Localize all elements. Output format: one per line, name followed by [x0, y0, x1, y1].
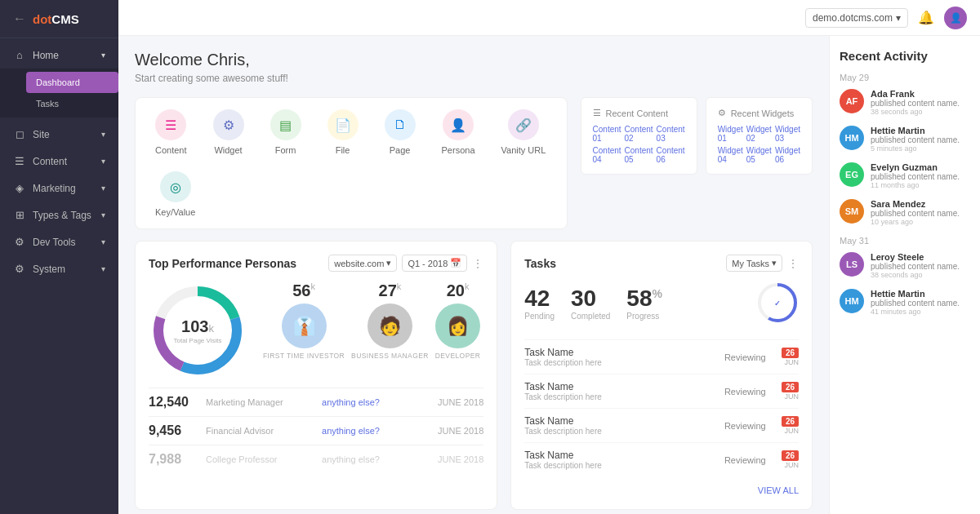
- task-2-status: Reviewing: [724, 387, 773, 397]
- activity-time-evelyn: 11 months ago: [871, 181, 970, 189]
- activity-item-sara: SM Sara Mendez published content name. 1…: [840, 199, 970, 226]
- activity-item-ada: AF Ada Frank published content name. 38 …: [840, 89, 970, 116]
- quick-link-persona[interactable]: 👤 Persona: [429, 101, 488, 163]
- quick-link-file[interactable]: 📄 File: [314, 101, 372, 163]
- task-stat-progress: 58% Progress: [626, 287, 662, 321]
- cards-row: Top Performance Personas website.com ▾ Q…: [135, 241, 813, 510]
- personas-period-selector[interactable]: Q1 - 2018 📅: [402, 255, 467, 272]
- recent-content-06[interactable]: Content 06: [657, 146, 685, 164]
- persona-row-2-link[interactable]: anything else?: [322, 426, 430, 436]
- recent-content-02[interactable]: Content 02: [625, 125, 653, 143]
- recent-widget-05[interactable]: Widget 05: [746, 146, 772, 164]
- recent-content-title: ☰ Recent Content: [593, 108, 685, 118]
- quick-link-widget[interactable]: ⚙ Widget: [200, 101, 257, 163]
- persona-investor-value: 56k: [292, 281, 315, 300]
- topbar: demo.dotcms.com ▾ 🔔 👤: [118, 0, 980, 36]
- activity-time-ada: 38 seconds ago: [871, 108, 970, 116]
- quick-link-content[interactable]: ☰ Content: [142, 101, 200, 163]
- donut-center: 103k Total Page Visits: [174, 317, 222, 344]
- site-name: demo.dotcms.com: [813, 12, 893, 24]
- activity-time-hettie2: 41 minutes ago: [871, 308, 970, 316]
- personas-more-icon[interactable]: ⋮: [472, 257, 483, 270]
- activity-name-hettie1: Hettie Martin: [871, 126, 970, 135]
- activity-desc-hettie1: published content name.: [871, 135, 970, 144]
- activity-desc-hettie2: published content name.: [871, 299, 970, 308]
- quick-link-form[interactable]: ▤ Form: [257, 101, 314, 163]
- chevron-devtools-icon: ▾: [101, 237, 105, 246]
- view-all-link[interactable]: VIEW ALL: [758, 485, 799, 495]
- task-item-4: Task Name Task description here Reviewin…: [524, 442, 799, 476]
- sidebar-item-dev-tools[interactable]: ⚙ Dev Tools ▾: [0, 228, 118, 255]
- date-label-may29: May 29: [840, 73, 970, 82]
- sidebar-item-system[interactable]: ⚙ System ▾: [0, 255, 118, 282]
- sidebar-item-dashboard[interactable]: Dashboard: [26, 72, 118, 93]
- svg-text:✓: ✓: [774, 299, 781, 308]
- activity-avatar-hettie1: HM: [840, 126, 864, 150]
- persona-col-investor: 56k 👔 FIRST TIME INVESTOR: [263, 281, 345, 360]
- quick-link-keyval-label: Key/Value: [155, 207, 195, 217]
- activity-text-leroy: Leroy Steele published content name. 38 …: [871, 252, 970, 279]
- recent-widget-04[interactable]: Widget 04: [718, 146, 743, 164]
- task-4-desc: Task description here: [524, 461, 716, 470]
- sidebar-item-types-tags[interactable]: ⊞ Types & Tags ▾: [0, 202, 118, 228]
- task-4-name: Task Name: [524, 450, 716, 461]
- recent-content-04[interactable]: Content 04: [593, 146, 621, 164]
- sidebar-sub-home: Dashboard Tasks: [0, 69, 118, 117]
- sidebar-item-tasks[interactable]: Tasks: [26, 93, 118, 114]
- task-2-month: JUN: [785, 392, 800, 401]
- task-1-month: JUN: [785, 358, 800, 366]
- tasks-card-header: Tasks My Tasks ▾ ⋮: [524, 255, 799, 272]
- tasks-filter-selector[interactable]: My Tasks ▾: [726, 255, 782, 272]
- task-pending-num: 42: [524, 287, 555, 310]
- quick-link-keyval[interactable]: ◎ Key/Value: [142, 163, 208, 225]
- persona-manager-label: BUSINESS MANAGER: [351, 352, 429, 360]
- recent-content-03[interactable]: Content 03: [657, 125, 685, 143]
- persona-row-2-date: JUNE 2018: [438, 426, 483, 436]
- back-icon[interactable]: ←: [13, 11, 26, 26]
- persona-manager-value: 27k: [379, 281, 402, 300]
- site-selector[interactable]: demo.dotcms.com ▾: [805, 8, 908, 28]
- persona-row-3-link[interactable]: anything else?: [322, 454, 430, 464]
- personas-site-selector[interactable]: website.com ▾: [328, 255, 397, 272]
- task-1-date: 26 JUN: [782, 348, 799, 366]
- bell-icon[interactable]: 🔔: [918, 10, 934, 25]
- sidebar-site-label: Site: [33, 129, 50, 140]
- recent-content-grid: Content 01 Content 02 Content 03 Content…: [593, 125, 685, 164]
- activity-desc-leroy: published content name.: [871, 262, 970, 271]
- activity-item-hettie2: HM Hettie Martin published content name.…: [840, 289, 970, 316]
- quick-links: ☰ Content ⚙ Widget ▤ Form 📄 File: [135, 97, 568, 229]
- quick-link-page[interactable]: 🗋 Page: [372, 101, 429, 163]
- sidebar-item-content[interactable]: ☰ Content ▾: [0, 148, 118, 175]
- activity-desc-ada: published content name.: [871, 99, 970, 108]
- recent-widgets-grid: Widget 01 Widget 02 Widget 03 Widget 04 …: [718, 125, 800, 164]
- persona-developer-value: 20k: [447, 281, 470, 300]
- recent-widget-02[interactable]: Widget 02: [746, 125, 772, 143]
- recent-content-05[interactable]: Content 05: [625, 146, 653, 164]
- task-4-info: Task Name Task description here: [524, 450, 716, 470]
- period-cal-icon: 📅: [450, 258, 461, 268]
- progress-circle-svg: ✓: [756, 281, 799, 324]
- sidebar-item-home[interactable]: ⌂ Home ▾: [0, 42, 118, 69]
- task-completed-label: Completed: [571, 312, 610, 321]
- activity-time-sara: 10 years ago: [871, 218, 970, 226]
- sidebar-logo: ← dotCMS: [0, 0, 118, 38]
- recent-widget-03[interactable]: Widget 03: [775, 125, 800, 143]
- tasks-stats: 42 Pending 30 Completed 58% Progress: [524, 281, 799, 326]
- sidebar-item-site[interactable]: ◻ Site ▾: [0, 121, 118, 148]
- task-2-info: Task Name Task description here: [524, 381, 716, 401]
- activity-avatar-hettie2: HM: [840, 289, 864, 313]
- tasks-more-icon[interactable]: ⋮: [787, 257, 799, 270]
- task-2-date: 26 JUN: [782, 382, 799, 401]
- widget-ql-icon: ⚙: [213, 109, 244, 140]
- activity-desc-sara: published content name.: [871, 209, 970, 218]
- persona-manager-img: 🧑: [368, 304, 412, 348]
- recent-widget-06[interactable]: Widget 06: [775, 146, 800, 164]
- recent-widget-01[interactable]: Widget 01: [718, 125, 743, 143]
- user-avatar[interactable]: 👤: [944, 7, 967, 29]
- sidebar-system-label: System: [33, 264, 65, 275]
- sidebar-item-marketing[interactable]: ◈ Marketing ▾: [0, 175, 118, 202]
- main-content: Welcome Chris, Start creating some aweso…: [118, 36, 829, 514]
- recent-content-01[interactable]: Content 01: [593, 125, 621, 143]
- persona-row-1-link[interactable]: anything else?: [322, 397, 430, 407]
- quick-link-vanity[interactable]: 🔗 Vanity URL: [488, 101, 559, 163]
